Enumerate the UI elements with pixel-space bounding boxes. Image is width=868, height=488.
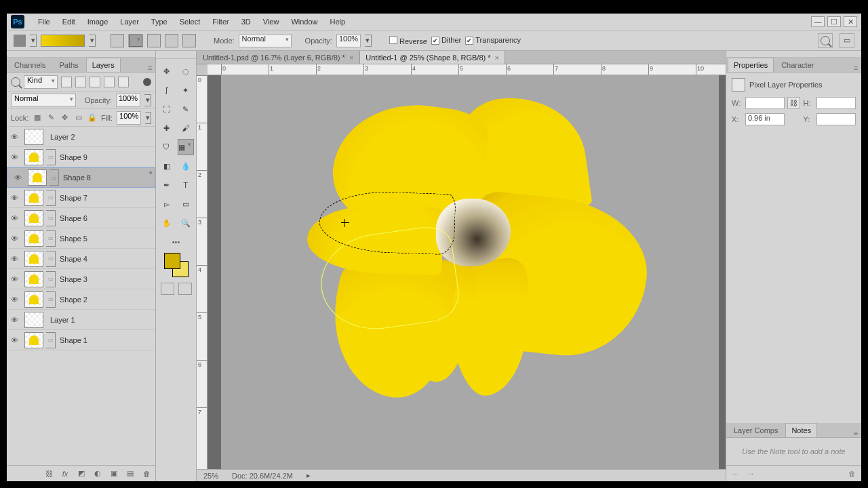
crop-tool[interactable]: ⛶ — [159, 101, 175, 117]
close-tab-icon[interactable]: × — [495, 54, 499, 62]
dock-grip[interactable] — [726, 51, 861, 58]
tab-properties[interactable]: Properties — [728, 58, 774, 72]
layer-row[interactable]: 👁▭Shape 5 — [7, 228, 155, 249]
layer-name[interactable]: Layer 2 — [50, 133, 75, 141]
visibility-toggle-icon[interactable]: 👁 — [7, 275, 22, 283]
screen-mode-button[interactable] — [178, 283, 192, 295]
visibility-toggle-icon[interactable]: 👁 — [7, 194, 22, 202]
fill-input[interactable]: 100% — [117, 111, 141, 125]
transparency-checkbox[interactable]: Transparency — [465, 36, 521, 45]
pen-tool[interactable]: ✒ — [159, 177, 175, 193]
mask-icon[interactable]: ◩ — [77, 469, 86, 479]
workspace-switcher[interactable]: ▭ — [840, 33, 854, 48]
layer-thumbnail[interactable] — [24, 129, 43, 145]
blur-tool[interactable]: 💧 — [178, 158, 194, 174]
filter-smart-icon[interactable] — [118, 77, 129, 87]
opacity-input[interactable]: 100% — [336, 34, 361, 47]
blend-mode-select[interactable]: Normal — [239, 34, 292, 47]
doc-info[interactable]: Doc: 20.6M/24.2M — [232, 472, 293, 480]
menu-filter[interactable]: Filter — [207, 15, 234, 28]
filter-kind-select[interactable]: Kind — [24, 75, 58, 89]
layer-thumbnail[interactable] — [24, 312, 43, 328]
zoom-tool[interactable]: 🔍 — [178, 215, 194, 231]
document-tab[interactable]: Untitled-1 @ 25% (Shape 8, RGB/8) *× — [359, 51, 505, 64]
tool-preset-dropdown[interactable]: ▾ — [30, 35, 37, 47]
hand-tool[interactable]: ✋ — [159, 215, 175, 231]
trash-icon[interactable]: 🗑 — [142, 469, 151, 479]
layer-row[interactable]: 👁▭Shape 9 — [7, 147, 155, 167]
next-note-icon[interactable]: → — [747, 470, 755, 478]
height-input[interactable] — [816, 97, 856, 109]
vector-mask-thumbnail[interactable]: ▭ — [46, 332, 56, 348]
panel-menu-icon[interactable]: ≡ — [850, 429, 861, 437]
artboard[interactable] — [221, 75, 719, 469]
menu-select[interactable]: Select — [174, 15, 206, 28]
magic-wand-tool[interactable]: ✦ — [178, 82, 194, 98]
tools-grip[interactable] — [156, 51, 196, 59]
dither-checkbox[interactable]: Dither — [431, 36, 461, 45]
layer-name[interactable]: Shape 2 — [60, 296, 87, 304]
lock-position-icon[interactable]: ✥ — [60, 113, 70, 123]
layer-thumbnail[interactable] — [24, 190, 43, 206]
dock-grip[interactable] — [7, 51, 155, 58]
layer-row[interactable]: 👁Layer 1 — [7, 310, 155, 330]
visibility-toggle-icon[interactable]: 👁 — [7, 153, 22, 161]
menu-view[interactable]: View — [258, 15, 285, 28]
vector-mask-thumbnail[interactable]: ▭ — [46, 149, 56, 165]
layer-name[interactable]: Shape 8 — [63, 174, 91, 182]
layer-opacity-input[interactable]: 100% — [116, 94, 140, 107]
eyedropper-tool[interactable]: ✎ — [178, 101, 194, 117]
horizontal-ruler[interactable]: 012345678910 — [208, 64, 726, 75]
filter-toggle[interactable] — [143, 78, 151, 86]
gradient-picker-dropdown[interactable]: ▾ — [89, 35, 96, 47]
delete-note-icon[interactable]: 🗑 — [848, 470, 856, 478]
lock-transparency-icon[interactable]: ▩ — [33, 113, 42, 123]
gradient-tool[interactable]: ▦ — [178, 139, 194, 155]
foreground-swatch[interactable] — [164, 253, 180, 269]
brush-tool[interactable]: 🖌 — [178, 120, 194, 136]
layer-row[interactable]: 👁▭Shape 3 — [7, 269, 155, 289]
filter-shape-icon[interactable] — [104, 77, 115, 87]
filter-type-icon[interactable] — [90, 77, 100, 87]
visibility-toggle-icon[interactable]: 👁 — [10, 174, 25, 182]
adjustment-icon[interactable]: ◐ — [93, 469, 102, 479]
gradient-diamond-button[interactable] — [182, 34, 196, 47]
visibility-toggle-icon[interactable]: 👁 — [7, 214, 22, 222]
document-tab[interactable]: Untitled-1.psd @ 16.7% (Layer 6, RGB/8) … — [197, 51, 359, 64]
shape-tool[interactable]: ▭ — [178, 196, 194, 212]
reverse-checkbox[interactable]: Reverse — [389, 36, 427, 45]
lock-all-icon[interactable]: 🔒 — [87, 113, 97, 123]
link-layers-icon[interactable]: ⛓ — [44, 469, 54, 479]
new-layer-icon[interactable]: ▤ — [125, 469, 135, 479]
filter-pixel-icon[interactable] — [61, 77, 72, 87]
vector-mask-thumbnail[interactable]: ▭ — [46, 271, 56, 287]
tab-notes[interactable]: Notes — [785, 423, 817, 437]
tab-channels[interactable]: Channels — [8, 58, 52, 72]
canvas-viewport[interactable] — [208, 75, 726, 469]
visibility-toggle-icon[interactable]: 👁 — [7, 336, 22, 344]
minimize-button[interactable]: — — [811, 16, 825, 27]
gradient-swatch[interactable] — [41, 35, 85, 47]
type-tool[interactable]: T — [178, 177, 194, 193]
layer-thumbnail[interactable] — [28, 169, 47, 186]
marquee-tool[interactable]: ◌ — [178, 63, 194, 79]
menu-window[interactable]: Window — [285, 15, 323, 28]
layer-row[interactable]: 👁▭Shape 6 — [7, 208, 155, 228]
visibility-toggle-icon[interactable]: 👁 — [7, 316, 22, 324]
lasso-tool[interactable]: ʃ — [159, 82, 175, 98]
layer-row[interactable]: 👁Layer 2 — [7, 127, 155, 147]
path-select-tool[interactable]: ▻ — [159, 196, 175, 212]
vector-mask-thumbnail[interactable]: ▭ — [46, 230, 56, 247]
fill-dropdown[interactable]: ▾ — [145, 112, 151, 124]
close-tab-icon[interactable]: × — [349, 54, 353, 62]
visibility-toggle-icon[interactable]: 👁 — [7, 296, 22, 304]
layer-name[interactable]: Shape 4 — [60, 255, 87, 263]
zoom-level[interactable]: 25% — [203, 472, 218, 480]
tab-character[interactable]: Character — [775, 58, 820, 72]
link-wh-button[interactable]: ⛓ — [787, 97, 801, 109]
layer-thumbnail[interactable] — [24, 210, 43, 226]
width-input[interactable] — [745, 97, 785, 109]
layer-name[interactable]: Shape 1 — [60, 336, 87, 344]
visibility-toggle-icon[interactable]: 👁 — [7, 235, 22, 243]
layer-row[interactable]: 👁▭Shape 1 — [7, 330, 155, 350]
